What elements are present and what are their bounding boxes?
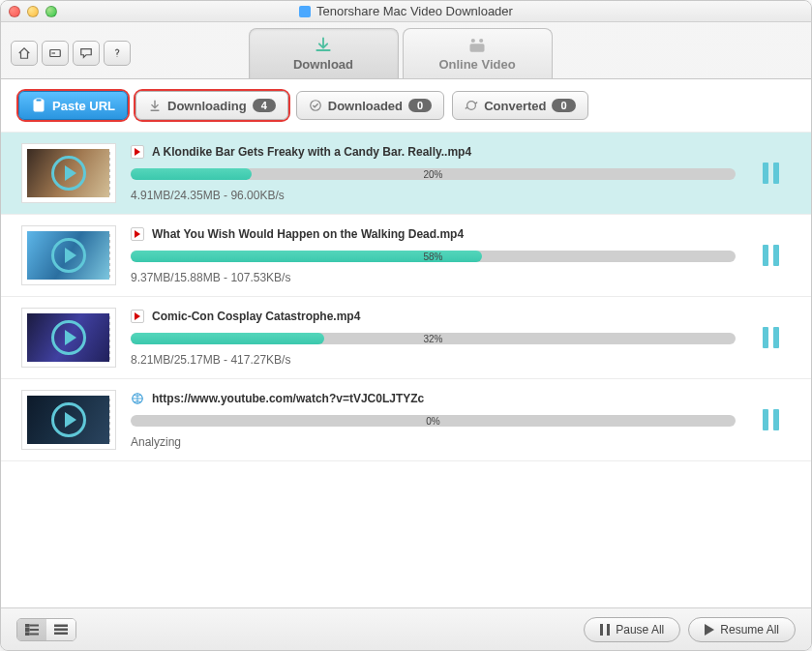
list-icon	[54, 624, 68, 636]
online-video-icon	[466, 36, 488, 55]
app-window: Tenorshare Mac Video Downloader Download	[0, 0, 812, 651]
progress-text: 32%	[423, 333, 442, 343]
svg-rect-17	[600, 624, 603, 636]
svg-rect-10	[25, 633, 29, 636]
download-row[interactable]: A Klondike Bar Gets Freaky with a Candy …	[1, 133, 811, 215]
file-title: A Klondike Bar Gets Freaky with a Candy …	[152, 145, 471, 159]
play-icon	[51, 320, 86, 355]
download-meta: 9.37MB/15.88MB - 107.53KB/s	[131, 271, 736, 284]
paste-url-button[interactable]: Paste URL	[18, 91, 128, 120]
download-icon	[313, 36, 334, 55]
file-title: What You Wish Would Happen on the Walkin…	[152, 227, 464, 241]
key-icon	[48, 46, 62, 60]
youtube-icon	[131, 145, 144, 159]
svg-rect-9	[25, 628, 29, 631]
file-title: Comic-Con Cosplay Catastrophe.mp4	[152, 310, 360, 323]
pause-button[interactable]	[751, 327, 790, 348]
pause-icon	[600, 624, 610, 636]
row-body: What You Wish Would Happen on the Walkin…	[131, 227, 736, 284]
pause-icon	[763, 163, 779, 184]
pause-button[interactable]	[751, 409, 790, 430]
file-title: https://www.youtube.com/watch?v=tVJC0LJT…	[152, 392, 424, 405]
register-button[interactable]	[42, 41, 69, 66]
upper-toolbar: Download Online Video	[1, 22, 811, 78]
pause-icon	[763, 327, 779, 348]
view-toggle	[16, 618, 76, 641]
download-row[interactable]: What You Wish Would Happen on the Walkin…	[1, 215, 811, 297]
clipboard-icon	[31, 98, 46, 113]
progress-text: 58%	[423, 251, 442, 261]
globe-icon	[131, 392, 144, 405]
svg-point-1	[471, 39, 475, 43]
svg-rect-5	[36, 99, 42, 102]
downloaded-count: 0	[408, 99, 432, 112]
play-icon	[705, 624, 714, 636]
converted-filter-button[interactable]: Converted 0	[452, 91, 587, 120]
home-icon	[17, 46, 31, 60]
tab-download-label: Download	[293, 57, 353, 72]
zoom-window-button[interactable]	[45, 6, 57, 17]
view-list-button[interactable]	[46, 619, 75, 640]
feedback-button[interactable]	[73, 41, 100, 66]
pause-icon	[763, 245, 779, 266]
downloading-highlight: Downloading 4	[135, 91, 288, 120]
play-icon	[51, 238, 86, 273]
app-icon	[299, 6, 311, 17]
pause-icon	[763, 409, 779, 430]
help-button[interactable]	[104, 41, 131, 66]
progress-bar: 32%	[131, 333, 736, 344]
pause-button[interactable]	[751, 163, 790, 184]
youtube-icon	[131, 227, 144, 241]
tab-download[interactable]: Download	[249, 28, 399, 78]
downloading-label: Downloading	[167, 99, 247, 113]
downloading-filter-button[interactable]: Downloading 4	[135, 91, 288, 120]
downloaded-label: Downloaded	[328, 99, 403, 113]
svg-rect-11	[30, 625, 39, 626]
download-list: A Klondike Bar Gets Freaky with a Candy …	[1, 132, 811, 607]
play-icon	[51, 156, 86, 191]
downloading-count: 4	[253, 99, 276, 112]
converted-count: 0	[552, 99, 575, 112]
play-icon	[51, 402, 86, 437]
pause-all-button[interactable]: Pause All	[584, 617, 680, 642]
resume-all-label: Resume All	[720, 623, 779, 636]
download-row[interactable]: https://www.youtube.com/watch?v=tVJC0LJT…	[1, 379, 811, 461]
tab-online-video[interactable]: Online Video	[403, 28, 553, 78]
close-window-button[interactable]	[9, 6, 20, 17]
traffic-lights	[9, 6, 57, 17]
download-row[interactable]: Comic-Con Cosplay Catastrophe.mp4 32% 8.…	[1, 297, 811, 379]
converted-label: Converted	[484, 99, 546, 113]
video-thumbnail[interactable]	[22, 226, 115, 284]
refresh-icon	[465, 99, 478, 112]
svg-rect-3	[470, 44, 485, 51]
video-thumbnail[interactable]	[22, 144, 115, 202]
progress-fill	[131, 168, 252, 180]
titlebar: Tenorshare Mac Video Downloader	[1, 1, 811, 22]
svg-rect-16	[54, 633, 68, 635]
paste-url-highlight: Paste URL	[18, 91, 128, 120]
tab-online-video-label: Online Video	[438, 57, 515, 72]
resume-all-button[interactable]: Resume All	[688, 617, 796, 642]
downloading-icon	[148, 99, 162, 112]
download-meta: 4.91MB/24.35MB - 96.00KB/s	[131, 189, 736, 202]
question-icon	[110, 46, 124, 60]
video-thumbnail[interactable]	[22, 391, 115, 449]
paste-url-label: Paste URL	[52, 99, 115, 113]
downloaded-filter-button[interactable]: Downloaded 0	[296, 91, 444, 120]
window-title: Tenorshare Mac Video Downloader	[316, 4, 513, 18]
home-button[interactable]	[11, 41, 38, 66]
row-body: Comic-Con Cosplay Catastrophe.mp4 32% 8.…	[131, 310, 736, 367]
row-body: A Klondike Bar Gets Freaky with a Candy …	[131, 145, 736, 202]
svg-rect-15	[54, 629, 68, 631]
view-grid-button[interactable]	[17, 619, 46, 640]
check-circle-icon	[309, 99, 322, 112]
progress-bar: 0%	[131, 415, 736, 427]
minimize-window-button[interactable]	[27, 6, 39, 17]
youtube-icon	[131, 310, 144, 323]
pause-button[interactable]	[751, 245, 790, 266]
svg-rect-13	[30, 634, 39, 635]
download-meta: 8.21MB/25.17MB - 417.27KB/s	[131, 353, 736, 367]
row-body: https://www.youtube.com/watch?v=tVJC0LJT…	[131, 392, 736, 449]
svg-point-2	[479, 39, 483, 43]
video-thumbnail[interactable]	[22, 309, 115, 367]
